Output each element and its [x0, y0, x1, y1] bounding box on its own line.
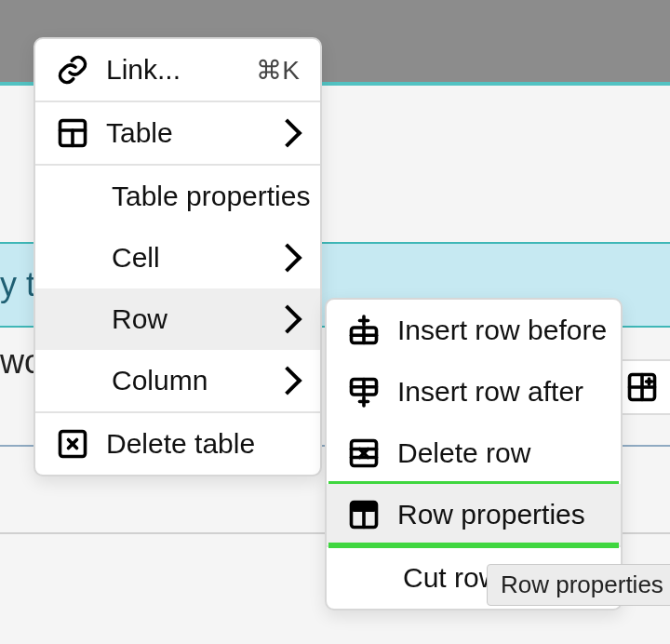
menu-item-row[interactable]: Row: [35, 288, 320, 350]
menu-item-shortcut: ⌘K: [256, 55, 300, 86]
insert-column-icon: [625, 370, 659, 404]
insert-row-before-icon: [347, 314, 381, 347]
menu-item-label: Table: [106, 117, 261, 149]
delete-table-icon: [56, 427, 89, 461]
menu-item-label: Column: [112, 365, 261, 396]
menu-item-row-properties[interactable]: Row properties: [327, 484, 621, 545]
menu-item-label: Delete row: [397, 437, 600, 469]
menu-item-insert-row-after[interactable]: Insert row after: [327, 361, 621, 423]
menu-item-label: Delete table: [106, 428, 300, 460]
tooltip: Row properties: [487, 564, 670, 606]
row-properties-icon: [347, 498, 381, 531]
menu-item-label: Insert row after: [397, 376, 600, 408]
chevron-right-icon: [273, 304, 302, 333]
insert-row-after-icon: [347, 375, 381, 409]
menu-item-delete-table[interactable]: Delete table: [35, 413, 320, 475]
menu-item-insert-row-before[interactable]: Insert row before: [327, 300, 621, 361]
delete-row-icon: [347, 436, 381, 470]
link-icon: [56, 53, 89, 87]
menu-item-highlight-wrap: Row properties: [327, 484, 621, 545]
menu-item-label: Cell: [112, 242, 261, 274]
menu-item-label: Insert row before: [397, 315, 600, 346]
menu-item-label: Table properties: [112, 181, 300, 212]
menu-item-link[interactable]: Link... ⌘K: [35, 39, 320, 101]
menu-item-table-properties[interactable]: Table properties: [35, 166, 320, 227]
menu-item-label: Row: [112, 303, 261, 335]
menu-item-delete-row[interactable]: Delete row: [327, 423, 621, 484]
menu-item-label: Row properties: [397, 499, 600, 530]
context-menu: Link... ⌘K Table Table properties Cell R…: [34, 37, 322, 476]
menu-item-column[interactable]: Column: [35, 350, 320, 411]
menu-item-label: Link...: [106, 54, 239, 86]
table-icon: [56, 116, 89, 150]
chevron-right-icon: [273, 366, 302, 395]
chevron-right-icon: [273, 243, 302, 272]
menu-item-table[interactable]: Table: [35, 102, 320, 164]
menu-item-cell[interactable]: Cell: [35, 227, 320, 288]
chevron-right-icon: [273, 118, 302, 147]
